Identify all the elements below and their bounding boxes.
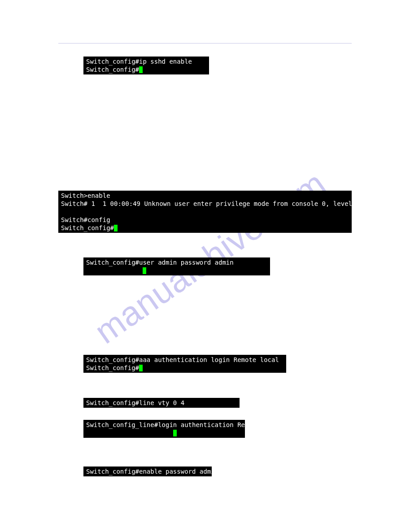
terminal-block-3: Switch_config#user admin password admin: [83, 257, 270, 275]
cursor-icon: [114, 225, 118, 231]
terminal-line: Switch_config#enable password admin: [86, 468, 218, 475]
terminal-block-5: Switch_config#line vty 0 4: [83, 398, 240, 408]
cursor-icon: [143, 267, 146, 274]
terminal-line: Switch_config#line vty 0 4: [86, 399, 184, 406]
horizontal-rule: [58, 43, 352, 44]
terminal-block-2: Switch>enable Switch# 1 1 00:00:49 Unkno…: [58, 191, 352, 233]
cursor-icon: [173, 430, 177, 436]
terminal-line: Switch# 1 1 00:00:49 Unknown user enter …: [61, 200, 371, 207]
terminal-line: Switch_config#: [86, 66, 139, 73]
terminal-block-7: Switch_config#enable password admin: [83, 467, 212, 476]
cursor-icon: [139, 365, 143, 371]
cursor-icon: [139, 66, 143, 73]
terminal-block-1: Switch_config#ip sshd enable Switch_conf…: [83, 57, 209, 74]
terminal-line: Switch_config#ip sshd enable: [86, 58, 192, 65]
terminal-line: Switch#config: [61, 216, 110, 223]
terminal-line: Switch_config#user admin password admin: [86, 259, 234, 266]
terminal-line: Switch_config#: [86, 364, 139, 371]
terminal-line: Switch_config_line#login authentication …: [86, 421, 260, 428]
terminal-line: Switch_config#: [61, 224, 114, 231]
terminal-line: Switch>enable: [61, 192, 110, 199]
terminal-line: Switch_config#aaa authentication login R…: [86, 356, 279, 363]
terminal-block-4: Switch_config#aaa authentication login R…: [83, 355, 286, 373]
terminal-block-6: Switch_config_line#login authentication …: [83, 420, 245, 438]
